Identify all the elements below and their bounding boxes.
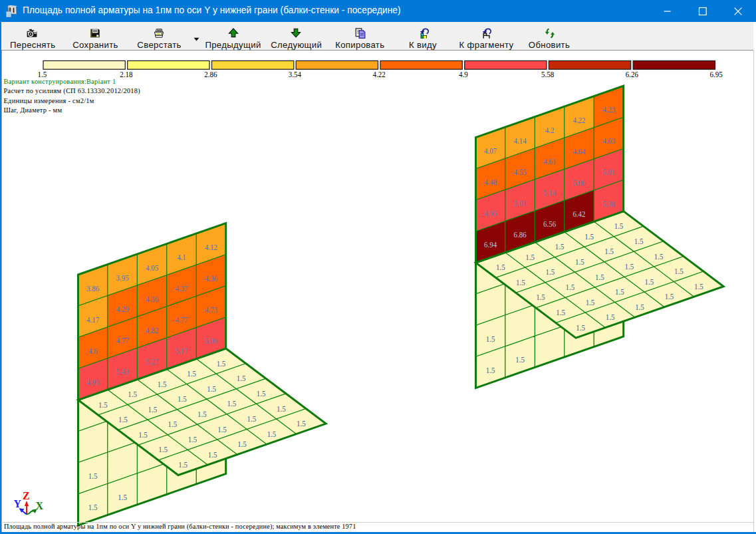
svg-text:1.5: 1.5: [595, 272, 604, 282]
svg-text:5.58: 5.58: [541, 70, 554, 79]
svg-text:5.43: 5.43: [116, 366, 129, 376]
svg-text:4.82: 4.82: [146, 325, 158, 335]
svg-text:6.56: 6.56: [543, 219, 556, 229]
svg-text:1.5: 1.5: [207, 384, 216, 394]
svg-text:1.5: 1.5: [555, 241, 565, 251]
svg-text:5.27: 5.27: [146, 356, 158, 366]
svg-text:1.5: 1.5: [178, 460, 188, 469]
svg-text:3.86: 3.86: [86, 283, 99, 293]
svg-text:1.5: 1.5: [118, 414, 128, 424]
svg-text:1.5: 1.5: [654, 251, 664, 261]
svg-text:1.5: 1.5: [277, 404, 286, 414]
svg-text:1.5: 1.5: [645, 277, 654, 287]
svg-text:4.36: 4.36: [205, 273, 217, 283]
svg-text:1.5: 1.5: [694, 281, 703, 291]
svg-text:4.93: 4.93: [86, 377, 99, 387]
svg-text:Вариант конструирования:Варіан: Вариант конструирования:Варіант 1: [4, 78, 116, 85]
svg-text:1.5: 1.5: [217, 358, 226, 368]
svg-text:1.5: 1.5: [586, 297, 595, 307]
svg-text:6.95: 6.95: [710, 70, 723, 79]
svg-text:4.05: 4.05: [146, 263, 158, 273]
svg-text:Z: Z: [23, 490, 30, 501]
svg-text:1.5: 1.5: [536, 292, 545, 302]
svg-text:Расчет по усилиям (СП 63.13330: Расчет по усилиям (СП 63.13330.2012/2018…: [4, 87, 140, 95]
svg-text:4.12: 4.12: [205, 242, 217, 252]
svg-text:1.5: 1.5: [606, 312, 615, 322]
svg-text:5.09: 5.09: [205, 336, 217, 346]
svg-text:1.5: 1.5: [247, 414, 257, 424]
svg-text:1.5: 1.5: [128, 389, 137, 399]
svg-text:4.14: 4.14: [514, 136, 527, 146]
svg-text:1.5: 1.5: [486, 365, 495, 375]
svg-text:1.5: 1.5: [624, 261, 634, 271]
svg-text:1.5: 1.5: [297, 418, 306, 428]
svg-text:Единицы измерения - см2/1м: Единицы измерения - см2/1м: [4, 97, 94, 104]
svg-text:3.95: 3.95: [116, 273, 129, 283]
svg-text:4.64: 4.64: [572, 146, 585, 156]
svg-text:4.23: 4.23: [602, 104, 615, 114]
svg-text:1.5: 1.5: [217, 424, 227, 434]
svg-text:1.5: 1.5: [138, 430, 148, 440]
svg-text:4.22: 4.22: [572, 115, 585, 125]
svg-text:5.06: 5.06: [572, 178, 585, 188]
svg-text:3.54: 3.54: [289, 70, 302, 79]
svg-text:5.14: 5.14: [543, 188, 556, 198]
svg-text:1.5: 1.5: [227, 398, 236, 408]
svg-text:1.5: 1.5: [525, 252, 535, 262]
svg-text:Шаг, Диаметр - мм: Шаг, Диаметр - мм: [4, 106, 63, 114]
svg-text:1.5: 1.5: [575, 257, 584, 267]
svg-text:4.77: 4.77: [116, 335, 129, 345]
svg-text:1.5: 1.5: [556, 307, 565, 317]
svg-text:1.5: 1.5: [88, 502, 98, 512]
svg-text:1.5: 1.5: [674, 266, 684, 276]
svg-text:6.86: 6.86: [514, 229, 527, 239]
svg-text:1.5: 1.5: [187, 368, 196, 378]
svg-text:1.5: 1.5: [615, 287, 624, 297]
svg-text:1.5: 1.5: [197, 409, 207, 419]
svg-text:1.5: 1.5: [158, 379, 167, 389]
svg-text:4.29: 4.29: [116, 304, 129, 314]
svg-text:4.48: 4.48: [484, 177, 497, 187]
svg-text:4.1: 4.1: [177, 252, 186, 262]
svg-text:5.01: 5.01: [514, 198, 527, 208]
svg-text:5.17: 5.17: [175, 346, 188, 356]
svg-text:6.42: 6.42: [572, 209, 585, 219]
svg-text:1.5: 1.5: [257, 388, 266, 398]
svg-text:1.5: 1.5: [188, 434, 197, 444]
svg-text:1.5: 1.5: [634, 236, 644, 246]
svg-text:4.73: 4.73: [205, 305, 217, 315]
svg-text:4.07: 4.07: [484, 146, 497, 156]
svg-text:4.2: 4.2: [545, 125, 555, 135]
svg-text:1.5: 1.5: [635, 302, 644, 312]
svg-text:4.17: 4.17: [86, 315, 99, 325]
svg-text:1.5: 1.5: [584, 231, 594, 241]
svg-text:4.77: 4.77: [175, 315, 188, 325]
svg-text:1.5: 1.5: [665, 291, 674, 301]
svg-text:1.5: 1.5: [158, 444, 168, 454]
svg-text:1.5: 1.5: [168, 419, 178, 429]
svg-text:4.61: 4.61: [543, 156, 556, 166]
svg-text:4.22: 4.22: [373, 70, 386, 79]
svg-text:1.5: 1.5: [486, 334, 495, 344]
svg-text:5.38: 5.38: [602, 199, 615, 209]
svg-text:1.5: 1.5: [208, 450, 217, 460]
svg-text:4.36: 4.36: [146, 294, 158, 304]
svg-text:1.5: 1.5: [88, 471, 98, 481]
svg-text:1.5: 1.5: [545, 267, 555, 277]
svg-text:1.5: 1.5: [118, 492, 127, 502]
svg-text:1.5: 1.5: [267, 429, 277, 439]
svg-text:2.18: 2.18: [120, 70, 132, 79]
svg-text:4.9: 4.9: [459, 70, 468, 79]
svg-text:1.5: 1.5: [237, 373, 246, 383]
svg-text:5.01: 5.01: [602, 167, 615, 177]
svg-text:4.55: 4.55: [514, 167, 527, 177]
svg-text:4.37: 4.37: [175, 283, 188, 293]
svg-text:1.5: 1.5: [178, 394, 187, 404]
svg-text:4.6: 4.6: [88, 346, 98, 356]
svg-text:1.5: 1.5: [515, 354, 525, 364]
svg-text:1.5: 1.5: [604, 246, 614, 256]
svg-text:1.5: 1.5: [614, 221, 624, 231]
svg-text:Y: Y: [14, 498, 22, 509]
svg-text:1.5: 1.5: [496, 262, 505, 272]
svg-text:X: X: [36, 500, 44, 511]
